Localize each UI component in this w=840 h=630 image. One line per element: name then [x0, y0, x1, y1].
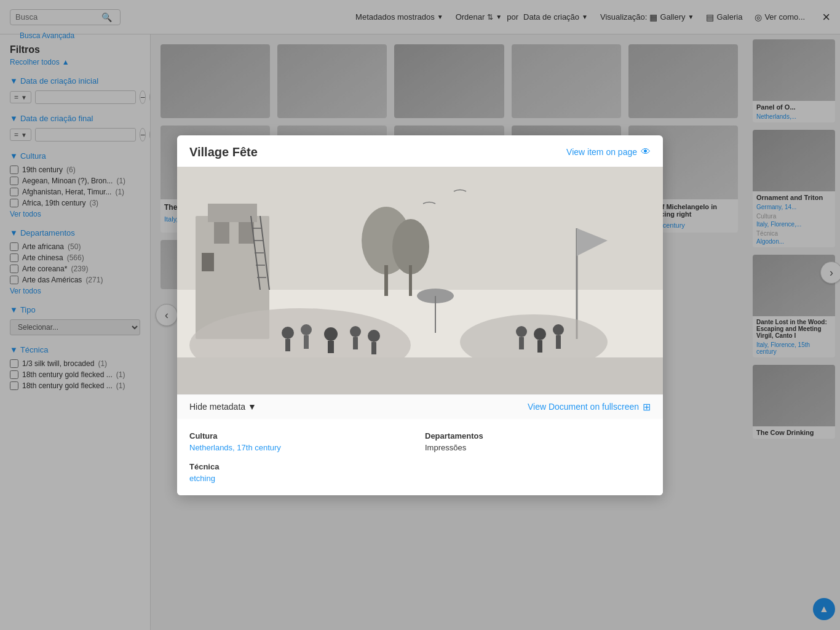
meta-tecnica-value[interactable]: etching — [189, 474, 415, 483]
modal: Village Fête View item on page 👁 — [177, 135, 663, 495]
modal-overlay: Village Fête View item on page 👁 — [0, 0, 840, 630]
svg-point-21 — [301, 324, 312, 335]
view-item-icon: 👁 — [641, 146, 651, 158]
meta-departamentos-value: Impressões — [425, 443, 651, 452]
svg-point-34 — [534, 328, 546, 340]
svg-rect-37 — [556, 335, 561, 349]
hide-metadata-label: Hide metadata — [189, 402, 245, 412]
svg-point-27 — [368, 330, 380, 342]
svg-rect-33 — [519, 337, 524, 349]
svg-point-23 — [324, 327, 338, 341]
meta-tecnica-group: Técnica etching — [189, 462, 415, 483]
svg-rect-17 — [409, 265, 412, 296]
modal-title: Village Fête — [189, 145, 258, 159]
meta-cultura-value[interactable]: Netherlands, 17th century — [189, 443, 415, 452]
fullscreen-button[interactable]: View Document on fullscreen ⊞ — [528, 401, 651, 413]
svg-rect-4 — [214, 222, 229, 244]
svg-rect-16 — [384, 265, 388, 296]
modal-header: Village Fête View item on page 👁 — [177, 135, 663, 167]
modal-metadata: Cultura Netherlands, 17th century Depart… — [177, 419, 663, 495]
svg-rect-38 — [177, 357, 663, 394]
view-item-label: View item on page — [566, 147, 637, 157]
view-item-link[interactable]: View item on page 👁 — [566, 146, 651, 158]
svg-rect-28 — [371, 342, 376, 354]
meta-cultura-label: Cultura — [189, 431, 415, 441]
hide-metadata-button[interactable]: Hide metadata ▼ — [189, 402, 256, 412]
svg-rect-35 — [537, 340, 542, 353]
svg-rect-20 — [285, 339, 290, 351]
modal-footer: Hide metadata ▼ View Document on fullscr… — [177, 394, 663, 419]
meta-departamentos-group: Departamentos Impressões — [425, 431, 651, 452]
meta-cultura-group: Cultura Netherlands, 17th century — [189, 431, 415, 452]
meta-tecnica-label: Técnica — [189, 462, 415, 471]
fullscreen-label: View Document on fullscreen — [528, 402, 639, 412]
svg-rect-22 — [304, 335, 309, 349]
svg-point-25 — [350, 326, 361, 337]
svg-point-36 — [553, 324, 564, 335]
modal-artwork-svg — [177, 167, 663, 394]
svg-rect-24 — [328, 341, 334, 353]
svg-point-19 — [282, 327, 294, 339]
meta-departamentos-label: Departamentos — [425, 431, 651, 441]
svg-rect-26 — [353, 337, 358, 349]
svg-rect-3 — [208, 204, 257, 222]
hide-metadata-arrow: ▼ — [248, 402, 256, 412]
svg-rect-6 — [202, 253, 214, 271]
modal-image — [177, 167, 663, 394]
svg-point-32 — [516, 326, 527, 337]
fullscreen-icon: ⊞ — [643, 401, 651, 413]
